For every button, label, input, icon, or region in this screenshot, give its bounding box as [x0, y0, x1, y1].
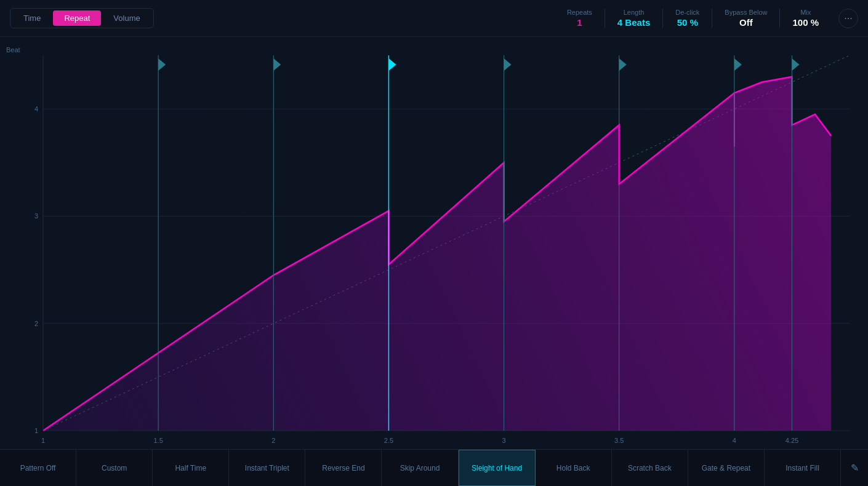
pattern-btn-reverse-end[interactable]: Reverse End	[305, 450, 382, 486]
pattern-btn-custom[interactable]: Custom	[76, 450, 153, 486]
pattern-btn-instant-triplet[interactable]: Instant Triplet	[229, 450, 305, 486]
bypass-param: Bypass Below Off	[712, 9, 780, 28]
mix-label: Mix	[800, 9, 811, 16]
repeats-label: Repeats	[567, 9, 592, 16]
bypass-value[interactable]: Off	[739, 17, 753, 28]
beat-label: Beat	[6, 46, 20, 54]
declick-param: De-click 50 %	[663, 9, 712, 28]
top-bar: Time Repeat Volume Repeats 1 Length 4 Be…	[0, 0, 868, 37]
tab-group: Time Repeat Volume	[10, 8, 154, 28]
pattern-btn-gate-&-repeat[interactable]: Gate & Repeat	[688, 450, 765, 486]
pattern-btn-skip-around[interactable]: Skip Around	[382, 450, 458, 486]
mix-param: Mix 100 %	[780, 9, 831, 28]
declick-value[interactable]: 50 %	[677, 17, 698, 28]
mix-value[interactable]: 100 %	[792, 17, 819, 28]
more-button[interactable]: ···	[838, 9, 858, 28]
repeats-value[interactable]: 1	[577, 17, 582, 28]
pattern-btn-half-time[interactable]: Half Time	[153, 450, 229, 486]
pattern-btn-pattern-off[interactable]: Pattern Off	[0, 450, 76, 486]
bottom-bar: Pattern OffCustomHalf TimeInstant Triple…	[0, 449, 868, 486]
repeats-param: Repeats 1	[555, 9, 605, 28]
length-label: Length	[624, 9, 645, 16]
chart-canvas[interactable]	[0, 37, 868, 449]
pattern-btn-sleight-of-hand[interactable]: Sleight of Hand	[459, 450, 536, 486]
pattern-btn-scratch-back[interactable]: Scratch Back	[612, 450, 688, 486]
tab-time[interactable]: Time	[12, 10, 52, 26]
pattern-btn-hold-back[interactable]: Hold Back	[536, 450, 612, 486]
length-param: Length 4 Beats	[605, 9, 663, 28]
pattern-btn-instant-fill[interactable]: Instant Fill	[765, 450, 841, 486]
edit-button[interactable]: ✎	[841, 450, 868, 486]
length-value[interactable]: 4 Beats	[617, 17, 650, 28]
bypass-label: Bypass Below	[725, 9, 767, 16]
chart-area: Beat	[0, 37, 868, 449]
tab-repeat[interactable]: Repeat	[53, 10, 101, 26]
tab-volume[interactable]: Volume	[102, 10, 151, 26]
declick-label: De-click	[675, 9, 699, 16]
